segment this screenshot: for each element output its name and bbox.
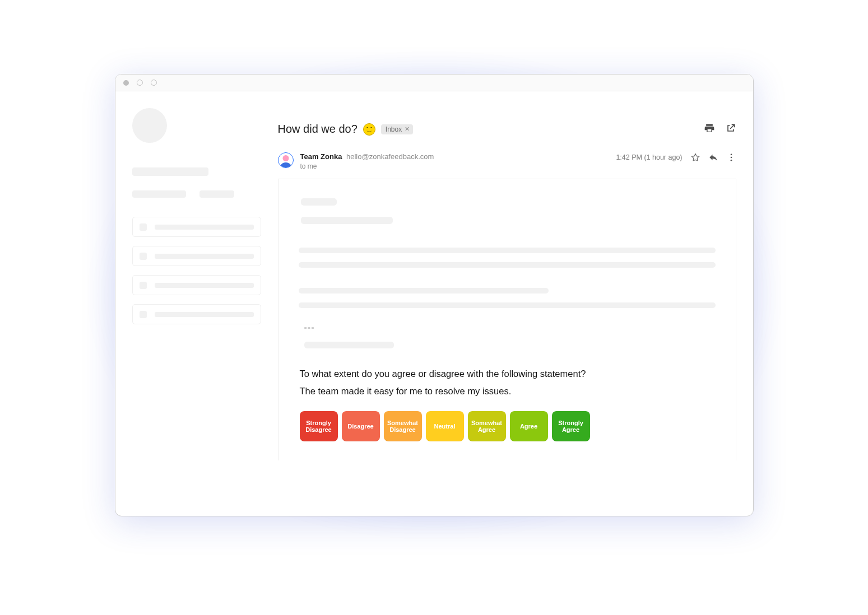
sidebar-item-icon [140, 223, 147, 231]
sidebar-skeleton-row [132, 190, 278, 198]
likert-option-0[interactable]: Strongly Disagree [300, 411, 338, 441]
svg-point-0 [730, 153, 732, 155]
sidebar-item-label-placeholder [155, 283, 254, 288]
open-external-icon [725, 123, 736, 134]
sidebar-item-label-placeholder [155, 254, 254, 259]
likert-option-5[interactable]: Agree [510, 411, 548, 441]
email-subject: How did we do? [278, 123, 358, 136]
sidebar-item-placeholder[interactable] [132, 275, 261, 295]
sidebar-item-icon [140, 311, 147, 318]
body-placeholder [301, 198, 337, 206]
titlebar [115, 74, 753, 91]
recipient-label: to me [300, 162, 434, 171]
smile-emoji-icon [363, 123, 375, 136]
sidebar-skeleton-line [132, 190, 186, 198]
window-dot-minimize-icon[interactable] [137, 80, 143, 86]
sidebar-skeleton-line [132, 167, 208, 176]
sidebar-item-icon [140, 253, 147, 260]
svg-point-2 [730, 160, 732, 161]
sidebar-skeleton-line [199, 190, 234, 198]
likert-option-3[interactable]: Neutral [426, 411, 464, 441]
star-button[interactable] [690, 152, 700, 162]
more-vertical-icon [726, 152, 736, 162]
likert-scale: Strongly DisagreeDisagreeSomewhat Disagr… [300, 411, 716, 441]
body-placeholder [299, 262, 716, 268]
likert-option-2[interactable]: Somewhat Disagree [384, 411, 422, 441]
body-divider: --- [304, 323, 716, 333]
survey-question: To what extent do you agree or disagree … [300, 369, 716, 379]
from-line: Team Zonka hello@zonkafeedback.com [300, 152, 434, 161]
sidebar-item-icon [140, 282, 147, 289]
message-body: --- To what extent do you agree or disag… [278, 179, 736, 460]
sidebar-item-label-placeholder [155, 225, 254, 230]
sender-name: Team Zonka [300, 152, 342, 161]
likert-option-1[interactable]: Disagree [342, 411, 380, 441]
likert-option-6[interactable]: Strongly Agree [552, 411, 590, 441]
body-placeholder [301, 217, 393, 224]
open-external-button[interactable] [725, 123, 736, 134]
print-icon [704, 123, 715, 134]
inbox-chip-text: Inbox [386, 125, 402, 133]
sidebar-item-placeholder[interactable] [132, 217, 261, 237]
sender-avatar [278, 152, 294, 168]
body-placeholder [299, 302, 716, 308]
sidebar-item-placeholder[interactable] [132, 304, 261, 324]
message-pane: How did we do? Inbox ✕ T [278, 102, 736, 499]
sidebar-avatar-placeholder [132, 108, 167, 143]
reply-icon [708, 152, 718, 162]
survey-statement: The team made it easy for me to resolve … [300, 386, 716, 397]
svg-point-1 [730, 157, 732, 159]
reply-button[interactable] [708, 152, 718, 162]
window-dot-maximize-icon[interactable] [151, 80, 157, 86]
sidebar-item-placeholder[interactable] [132, 246, 261, 266]
sender-email: hello@zonkafeedback.com [346, 152, 434, 161]
sidebar [132, 102, 278, 499]
body-placeholder [299, 288, 549, 293]
browser-window: How did we do? Inbox ✕ T [115, 74, 754, 516]
signature-placeholder [304, 342, 394, 348]
window-dot-close-icon[interactable] [123, 80, 129, 86]
more-button[interactable] [726, 152, 736, 162]
email-timestamp: 1:42 PM (1 hour ago) [616, 153, 682, 161]
print-button[interactable] [704, 123, 715, 134]
star-icon [690, 152, 700, 162]
inbox-chip-remove-icon[interactable]: ✕ [405, 125, 410, 133]
body-placeholder [299, 248, 716, 253]
sidebar-item-label-placeholder [155, 312, 254, 317]
likert-option-4[interactable]: Somewhat Agree [468, 411, 506, 441]
inbox-label-chip[interactable]: Inbox ✕ [381, 124, 413, 134]
